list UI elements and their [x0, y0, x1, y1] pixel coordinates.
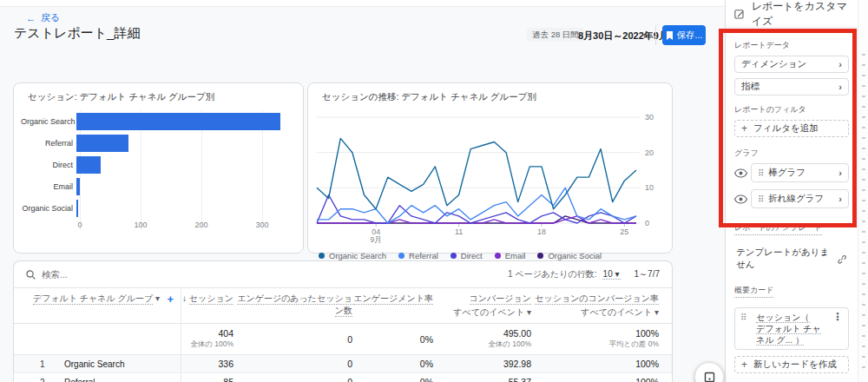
rows-per-page-select[interactable]: 10 ▾: [602, 269, 621, 280]
legend-item[interactable]: Email: [495, 251, 526, 260]
header-divider: [655, 25, 656, 45]
search-input[interactable]: [42, 269, 215, 280]
legend-dot-icon: [537, 253, 543, 259]
dropdown-arrow-icon: ▾: [615, 269, 620, 279]
summary-cards-label[interactable]: 概要カード: [734, 285, 773, 298]
customize-report-icon: [734, 8, 745, 20]
pagination: 1 ページあたりの行数: 10 ▾ 1～7/7: [508, 268, 660, 280]
search-box[interactable]: [26, 269, 508, 280]
scrollbar[interactable]: [858, 0, 868, 382]
legend-item[interactable]: Referral: [398, 251, 438, 260]
bar-axis-tick-label: 300: [255, 221, 268, 229]
bar[interactable]: [76, 135, 128, 152]
table-cell: 100%: [531, 377, 659, 382]
bar-row: Direct: [21, 154, 291, 175]
bar-chart-row: ⠿ 棒グラフ ›: [734, 163, 849, 182]
legend-item[interactable]: Organic Search: [319, 251, 386, 260]
bar-category-label: Referral: [21, 139, 76, 148]
legend-dot-icon: [450, 253, 457, 259]
chevron-right-icon: ›: [838, 168, 842, 178]
svg-text:11: 11: [455, 227, 463, 236]
column-header-sessions[interactable]: ↓ セッション: [179, 293, 233, 305]
bar-category-label: Email: [21, 182, 76, 191]
summary-card-item[interactable]: ⠿ セッション（ デフォルト チャネル グ... ） ⋮: [734, 307, 849, 350]
drag-handle-icon[interactable]: ⠿: [758, 168, 763, 178]
line-chart-title: セッションの推移: デフォルト チャネル グループ別: [308, 83, 672, 105]
svg-text:20: 20: [645, 148, 654, 157]
column-header-engaged-sessions[interactable]: エンゲージのあったセッション数: [233, 293, 352, 317]
bar-row: Email: [21, 175, 291, 197]
save-button[interactable]: 保存...: [662, 25, 706, 45]
bar-chart-plot: Organic SearchReferralDirectEmailOrganic…: [21, 110, 291, 240]
table-header-row: デフォルト チャネル グループ ▾ + ↓ セッション エンゲージのあったセッシ…: [14, 287, 672, 324]
plus-icon: +: [741, 122, 747, 135]
bar[interactable]: [76, 113, 280, 130]
bar-category-label: Organic Social: [21, 204, 76, 213]
link-icon[interactable]: [837, 254, 847, 265]
chevron-right-icon: ›: [838, 59, 842, 69]
table-cell: 336: [179, 359, 233, 369]
bar[interactable]: [76, 178, 80, 195]
column-header-channel-group[interactable]: デフォルト チャネル グループ ▾ +: [14, 293, 179, 305]
line-chart-row: ⠿ 折れ線グラフ ›: [734, 189, 849, 208]
row-range: 1～7/7: [635, 268, 660, 280]
feedback-icon: [704, 372, 715, 382]
bar-category-label: Organic Search: [21, 117, 76, 126]
template-value: テンプレートがありません: [736, 247, 837, 271]
add-filter-button[interactable]: +フィルタを追加: [734, 120, 849, 137]
back-link[interactable]: ← 戻る: [26, 11, 60, 24]
dropdown-arrow-icon: ▾: [654, 307, 659, 317]
customize-panel-header: レポートをカスタマイズ: [726, 0, 858, 28]
back-label: 戻る: [41, 11, 60, 24]
table-cell: 55.37: [433, 377, 531, 382]
table-row[interactable]: 1Organic Search33600%392.98100%: [14, 355, 672, 373]
template-row: テンプレートがありません: [736, 247, 847, 271]
kebab-menu-icon[interactable]: ⋮: [832, 312, 843, 322]
visibility-eye-icon[interactable]: [734, 194, 747, 204]
metrics-button[interactable]: 指標›: [734, 78, 849, 96]
bar-row: Organic Search: [21, 110, 291, 132]
drag-handle-icon[interactable]: ⠿: [740, 313, 746, 322]
bar[interactable]: [76, 156, 101, 174]
bar-chart-card: セッション: デフォルト チャネル グループ別 Organic SearchRe…: [13, 82, 304, 254]
legend-dot-icon: [495, 253, 501, 259]
table-cell: 100%: [531, 359, 659, 369]
customize-report-panel: レポートをカスタマイズ レポートデータ ディメンション› 指標› レポートのフィ…: [725, 0, 858, 382]
svg-text:30: 30: [645, 113, 654, 122]
legend-item[interactable]: Direct: [450, 251, 483, 260]
drag-handle-icon[interactable]: ⠿: [758, 194, 763, 204]
svg-text:18: 18: [537, 227, 546, 236]
column-header-session-conversion-rate[interactable]: セッションのコンバージョン率 すべてのイベント ▾: [531, 293, 659, 319]
line-chart-item-button[interactable]: ⠿ 折れ線グラフ ›: [751, 189, 849, 208]
column-header-engagement-rate[interactable]: エンゲージメント率: [352, 293, 433, 305]
bar[interactable]: [76, 200, 78, 217]
column-header-conversions[interactable]: コンバージョン すべてのイベント ▾: [433, 293, 531, 319]
table-cell: 0%: [352, 377, 433, 382]
bar-chart-title: セッション: デフォルト チャネル グループ別: [14, 83, 303, 105]
bar-axis-tick-label: 100: [134, 221, 147, 229]
svg-text:10: 10: [645, 183, 654, 192]
create-card-button[interactable]: +新しいカードを作成: [734, 356, 849, 373]
data-table-card: 1 ページあたりの行数: 10 ▾ 1～7/7 デフォルト チャネル グループ …: [13, 260, 673, 382]
date-range-chip[interactable]: 過去 28 日間: [527, 28, 584, 42]
bar-chart-item-button[interactable]: ⠿ 棒グラフ ›: [751, 163, 849, 182]
legend-dot-icon: [319, 253, 325, 259]
rows-per-page-label: 1 ページあたりの行数:: [508, 268, 597, 280]
dropdown-arrow-icon: ▾: [155, 293, 160, 303]
dimensions-button[interactable]: ディメンション›: [734, 56, 849, 73]
back-arrow-icon: ←: [26, 13, 36, 23]
table-totals-row: 404全体の 100% 0 0% 495.00全体の 100% 100%平均との…: [14, 324, 672, 355]
bar-row: Referral: [21, 132, 291, 154]
column-divider: [181, 287, 181, 382]
add-dimension-button[interactable]: +: [167, 293, 174, 306]
table-cell: 85: [179, 377, 233, 382]
report-template-label[interactable]: レポートのテンプレート: [734, 222, 822, 235]
customize-panel-title: レポートをカスタマイズ: [752, 0, 849, 29]
visibility-eye-icon[interactable]: [734, 168, 747, 178]
table-row[interactable]: 2Referral8500%55.37100%: [14, 373, 672, 382]
report-filter-label: レポートのフィルタ: [734, 104, 849, 115]
channel-cell: 2Referral: [14, 378, 179, 382]
chevron-right-icon: ›: [838, 82, 842, 92]
legend-dot-icon: [398, 253, 404, 259]
legend-item[interactable]: Organic Social: [537, 251, 602, 260]
